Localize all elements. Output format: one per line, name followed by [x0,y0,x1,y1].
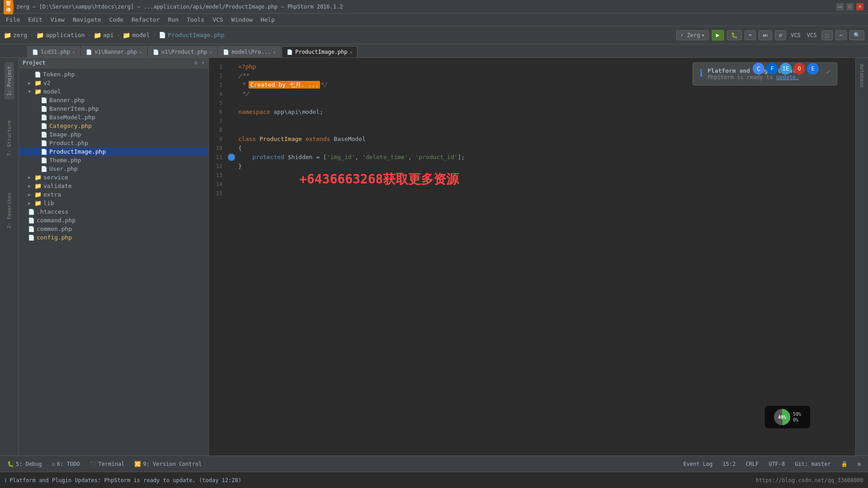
breadcrumb-file[interactable]: 📄 ProductImage.php [159,32,224,38]
tab-modelproduct[interactable]: 📄 model\Pro... ✕ [218,46,281,57]
project-settings-icon[interactable]: ⚙ [194,60,198,66]
tab-lcd31[interactable]: 📄 lcd31.php ✕ [27,46,80,57]
tree-item-image[interactable]: 📄 Image.php [19,130,208,139]
tree-label-token: Token.php [43,71,75,78]
tab-banner[interactable]: 📄 v1\Banner.php ✕ [81,46,147,57]
debug-button[interactable]: 🐛 [727,30,742,40]
tree-item-theme[interactable]: 📄 Theme.php [19,156,208,164]
minimize-button[interactable]: — [836,3,844,10]
profile-label: ⚡ Zerg [680,32,700,38]
tree-item-model[interactable]: ▼ 📁 model [19,87,208,96]
status-bar: 🐛 5: Debug ☑ 6: TODO ⬛ Terminal 🔀 9: Ver… [0,455,868,472]
terminal-button[interactable]: ⬚ [821,30,833,40]
tree-item-basemodel[interactable]: 📄 BaseModel.php [19,113,208,122]
search-button[interactable]: 🔍 [849,30,864,40]
editor-tabs: 📄 lcd31.php ✕ 📄 v1\Banner.php ✕ 📄 v1\Pro… [0,44,868,58]
tree-item-extra[interactable]: ▶ 📁 extra [19,190,208,199]
menu-vcs[interactable]: VCS [209,14,226,25]
line-ending[interactable]: CRLF [743,460,761,469]
tree-item-token[interactable]: 📄 Token.php [19,70,208,79]
tree-item-product[interactable]: 📄 Product.php [19,139,208,147]
tree-arrow-v2: ▶ [28,80,34,85]
menu-file[interactable]: File [2,14,24,25]
structure-toggle[interactable]: 7: Structure [5,117,14,160]
tree-item-lib[interactable]: ▶ 📁 lib [19,199,208,207]
edge-icon[interactable]: E [807,63,819,75]
line-code-6: namespace app\api\model; [236,108,855,117]
vcs-panel-toggle[interactable]: 🔀 9: Version Control [132,460,204,469]
terminal-toggle[interactable]: ⬛ Terminal [87,460,127,469]
tab-productimage[interactable]: 📄 ProductImage.php ✕ [282,46,358,57]
menu-edit[interactable]: Edit [24,14,46,25]
run-button[interactable]: ▶ [712,30,724,41]
firefox-icon[interactable]: F [766,63,778,75]
menu-navigate[interactable]: Navigate [69,14,105,25]
chrome-icon[interactable]: C [753,63,764,75]
more-button[interactable]: ⚙ [775,30,786,40]
event-log-toggle[interactable]: Event Log [680,460,715,469]
encoding[interactable]: UTF-8 [766,460,788,469]
breadcrumb-api[interactable]: 📁 api [94,32,113,39]
tree-item-user[interactable]: 📄 User.php [19,164,208,173]
line-number-12: 12 [209,162,227,171]
line-gutter-8 [227,126,236,135]
tab-product[interactable]: 📄 v1\Product.php ✕ [148,46,217,57]
menu-refactor[interactable]: Refactor [128,14,164,25]
menu-help[interactable]: Help [257,14,278,25]
code-line-15: 15 [209,189,855,198]
project-panel-toggle[interactable]: 1: Project [5,62,14,99]
folder-icon-model: 📁 [123,32,130,39]
tree-label-category: Category.php [49,122,92,129]
notification-update-link[interactable]: update. [776,74,799,80]
line-gutter-15 [227,189,236,198]
tree-item-service[interactable]: ▶ 📁 service [19,173,208,182]
tree-item-banneritem[interactable]: 📄 BannerItem.php [19,104,208,113]
tree-item-banner[interactable]: 📄 Banner.php [19,96,208,104]
tab-close-product[interactable]: ✕ [209,50,212,55]
ie-icon[interactable]: IE [780,63,792,75]
line-code-14 [236,180,855,189]
php-file-icon-config: 📄 [28,235,35,241]
database-panel-toggle[interactable]: database [857,60,867,91]
tree-item-command[interactable]: 📄 command.php [19,216,208,225]
folder-icon: 📁 [4,32,11,39]
tree-item-config[interactable]: 📄 config.php [19,233,208,242]
step-button[interactable]: ⏭ [759,30,772,40]
menu-window[interactable]: Window [228,14,256,25]
tree-item-v2[interactable]: ▶ 📁 v2 [19,79,208,87]
breadcrumb-zerg[interactable]: 📁 zerg [4,32,27,39]
tab-close-productimage[interactable]: ✕ [350,50,353,55]
tree-item-validate[interactable]: ▶ 📁 validate [19,182,208,190]
line-number-9: 9 [209,135,227,144]
coverage-button[interactable]: ☂ [745,30,756,40]
tab-close-lcd31[interactable]: ✕ [72,50,75,55]
undo-button[interactable]: ↩ [835,30,847,40]
close-button[interactable]: ✕ [856,3,863,10]
vcs-branch[interactable]: Git: master [792,460,833,469]
todo-panel-toggle[interactable]: ☑ 6: TODO [49,460,83,469]
breadcrumb-application[interactable]: 📁 application [36,32,85,39]
tree-label-banneritem: BannerItem.php [49,105,99,112]
menu-tools[interactable]: Tools [183,14,208,25]
profile-selector[interactable]: ⚡ Zerg ▾ [676,30,709,40]
favorites-toggle[interactable]: 2: Favorites [5,189,14,232]
tree-item-category[interactable]: 📄 Category.php [19,122,208,130]
debug-panel-toggle[interactable]: 🐛 5: Debug [5,460,45,469]
opera-icon[interactable]: O [793,63,805,75]
menu-view[interactable]: View [47,14,68,25]
code-editor[interactable]: 1 <?php 2 /** 3 * Created by 七月. ...*/ 4 [209,58,855,455]
line-gutter-12 [227,162,236,171]
notification-checkmark[interactable]: ✓ [826,67,830,76]
menu-code[interactable]: Code [106,14,127,25]
project-collapse-icon[interactable]: ▾ [202,60,205,66]
code-line-13: 13 [209,171,855,180]
tree-item-common[interactable]: 📄 common.php [19,225,208,233]
menu-run[interactable]: Run [165,14,182,25]
tab-close-modelproduct[interactable]: ✕ [273,50,276,55]
tab-close-banner[interactable]: ✕ [139,50,142,55]
breadcrumb-model[interactable]: 📁 model [123,32,150,39]
maximize-button[interactable]: □ [846,3,854,10]
terminal-icon: ⬛ [90,461,97,467]
tree-item-htaccess[interactable]: 📄 .htaccess [19,207,208,216]
tree-item-productimage[interactable]: 📄 ProductImage.php [19,147,208,156]
